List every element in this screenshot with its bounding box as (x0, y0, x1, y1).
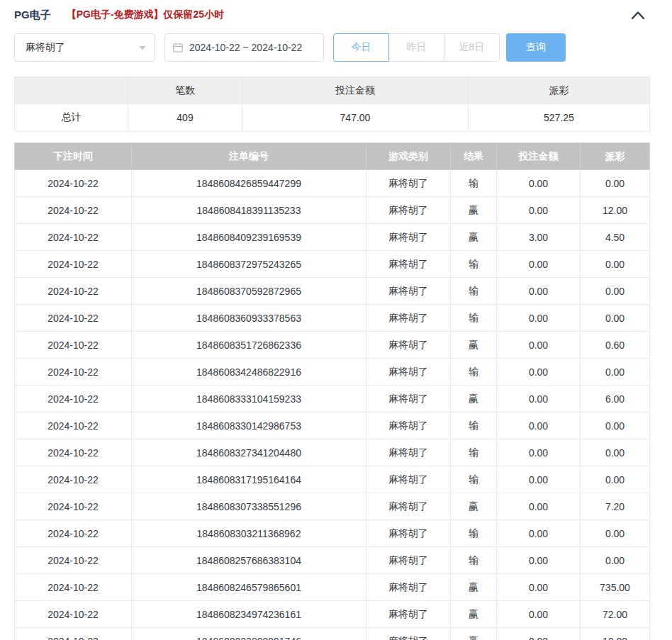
bet-amount-cell: 0.00 (497, 574, 581, 601)
order-id-cell: 1848608223808991746 (132, 628, 366, 640)
order-id-cell: 1848608372975243265 (132, 251, 366, 278)
bet-time-cell: 2024-10-22 (15, 386, 132, 412)
game-type-cell: 麻将胡了 (366, 412, 451, 439)
records-header-result: 结果 (451, 143, 497, 170)
bet-amount-cell: 0.00 (497, 493, 581, 520)
notice-text: 【PG电子-免费游戏】仅保留25小时 (67, 9, 224, 21)
payout-cell: 0.00 (581, 520, 650, 547)
table-row: 2024-10-221848608351726862336麻将胡了赢0.000.… (15, 332, 650, 359)
table-row: 2024-10-221848608307338551296麻将胡了赢0.007.… (15, 493, 650, 520)
today-button[interactable]: 今日 (333, 33, 389, 62)
bet-amount-cell: 0.00 (497, 386, 581, 412)
table-row: 2024-10-221848608303211368962麻将胡了输0.000.… (15, 520, 650, 547)
yesterday-button[interactable]: 昨日 (388, 33, 444, 62)
table-row: 2024-10-221848608372975243265麻将胡了输0.000.… (15, 251, 650, 278)
bet-time-cell: 2024-10-22 (15, 305, 132, 332)
order-id-cell: 1848608370592872965 (132, 278, 366, 305)
result-cell: 输 (451, 412, 497, 439)
page-title: PG电子 (14, 9, 51, 22)
result-cell: 输 (451, 170, 497, 197)
records-header-payout: 派彩 (581, 143, 650, 170)
game-type-cell: 麻将胡了 (366, 439, 451, 466)
bet-time-cell: 2024-10-22 (15, 412, 132, 439)
summary-total-row: 总计 409 747.00 527.25 (15, 104, 650, 132)
game-type-cell: 麻将胡了 (366, 628, 451, 640)
caret-down-icon (139, 46, 146, 53)
order-id-cell: 1848608342486822916 (132, 359, 366, 386)
result-cell: 赢 (451, 628, 497, 640)
payout-cell: 72.00 (581, 601, 650, 628)
table-row: 2024-10-221848608246579865601麻将胡了赢0.0073… (15, 574, 650, 601)
game-type-cell: 麻将胡了 (366, 359, 451, 386)
table-row: 2024-10-221848608360933378563麻将胡了输0.000.… (15, 305, 650, 332)
order-id-cell: 1848608246579865601 (132, 574, 366, 601)
result-cell: 输 (451, 466, 497, 493)
records-body: 2024-10-221848608426859447299麻将胡了输0.000.… (15, 170, 650, 640)
payout-cell: 12.00 (581, 628, 650, 640)
payout-cell: 0.00 (581, 412, 650, 439)
game-type-cell: 麻将胡了 (366, 520, 451, 547)
result-cell: 输 (451, 359, 497, 386)
query-button[interactable]: 查询 (506, 33, 566, 62)
payout-cell: 0.00 (581, 170, 650, 197)
date-range-value: 2024-10-22 ~ 2024-10-22 (189, 42, 302, 53)
bet-time-cell: 2024-10-22 (15, 601, 132, 628)
order-id-cell: 1848608303211368962 (132, 520, 366, 547)
bet-amount-cell: 0.00 (497, 278, 581, 305)
last-8-days-button[interactable]: 近8日 (444, 33, 500, 62)
records-table: 下注时间 注单编号 游戏类别 结果 投注金额 派彩 2024-10-221848… (14, 142, 650, 640)
bet-amount-cell: 0.00 (497, 197, 581, 224)
game-select-value: 麻将胡了 (26, 41, 65, 54)
order-id-cell: 1848608360933378563 (132, 305, 366, 332)
bet-time-cell: 2024-10-22 (15, 197, 132, 224)
payout-cell: 0.00 (581, 359, 650, 386)
order-id-cell: 1848608257686383104 (132, 547, 366, 574)
payout-cell: 0.00 (581, 547, 650, 574)
table-row: 2024-10-221848608409239169539麻将胡了赢3.004.… (15, 224, 650, 251)
order-id-cell: 1848608418391135233 (132, 197, 366, 224)
result-cell: 输 (451, 520, 497, 547)
order-id-cell: 1848608426859447299 (132, 170, 366, 197)
bet-amount-cell: 0.00 (497, 520, 581, 547)
payout-cell: 12.00 (581, 197, 650, 224)
order-id-cell: 1848608307338551296 (132, 493, 366, 520)
date-range-input[interactable]: 2024-10-22 ~ 2024-10-22 (164, 33, 324, 62)
summary-header-row: 笔数 投注金额 派彩 (15, 77, 650, 104)
payout-cell: 6.00 (581, 386, 650, 412)
collapse-button[interactable] (629, 8, 646, 22)
game-type-cell: 麻将胡了 (366, 547, 451, 574)
pg-report-panel: PG电子 【PG电子-免费游戏】仅保留25小时 麻将胡了 (0, 0, 672, 640)
records-header-bet-amount: 投注金额 (497, 143, 581, 170)
table-row: 2024-10-221848608223808991746麻将胡了赢0.0012… (15, 628, 650, 640)
bet-time-cell: 2024-10-22 (15, 574, 132, 601)
game-select[interactable]: 麻将胡了 (14, 33, 155, 62)
game-type-cell: 麻将胡了 (366, 601, 451, 628)
result-cell: 赢 (451, 386, 497, 412)
bet-time-cell: 2024-10-22 (15, 628, 132, 640)
table-row: 2024-10-221848608327341204480麻将胡了输0.000.… (15, 439, 650, 466)
result-cell: 输 (451, 251, 497, 278)
summary-total-bet-amount: 747.00 (242, 104, 469, 132)
quick-date-group: 今日 昨日 近8日 (333, 33, 500, 62)
bet-amount-cell: 0.00 (497, 547, 581, 574)
chevron-up-icon (631, 11, 645, 20)
bet-time-cell: 2024-10-22 (15, 170, 132, 197)
result-cell: 输 (451, 305, 497, 332)
bet-time-cell: 2024-10-22 (15, 224, 132, 251)
result-cell: 赢 (451, 493, 497, 520)
calendar-icon (172, 42, 184, 53)
bet-time-cell: 2024-10-22 (15, 547, 132, 574)
game-type-cell: 麻将胡了 (366, 574, 451, 601)
bet-time-cell: 2024-10-22 (15, 251, 132, 278)
table-row: 2024-10-221848608257686383104麻将胡了输0.000.… (15, 547, 650, 574)
payout-cell: 0.00 (581, 466, 650, 493)
table-row: 2024-10-221848608317195164164麻将胡了输0.000.… (15, 466, 650, 493)
summary-total-count: 409 (128, 104, 242, 132)
records-header-row: 下注时间 注单编号 游戏类别 结果 投注金额 派彩 (15, 143, 650, 170)
bet-time-cell: 2024-10-22 (15, 466, 132, 493)
result-cell: 赢 (451, 332, 497, 359)
summary-header-payout: 派彩 (469, 77, 650, 104)
bet-amount-cell: 0.00 (497, 251, 581, 278)
result-cell: 赢 (451, 601, 497, 628)
bet-amount-cell: 0.00 (497, 305, 581, 332)
